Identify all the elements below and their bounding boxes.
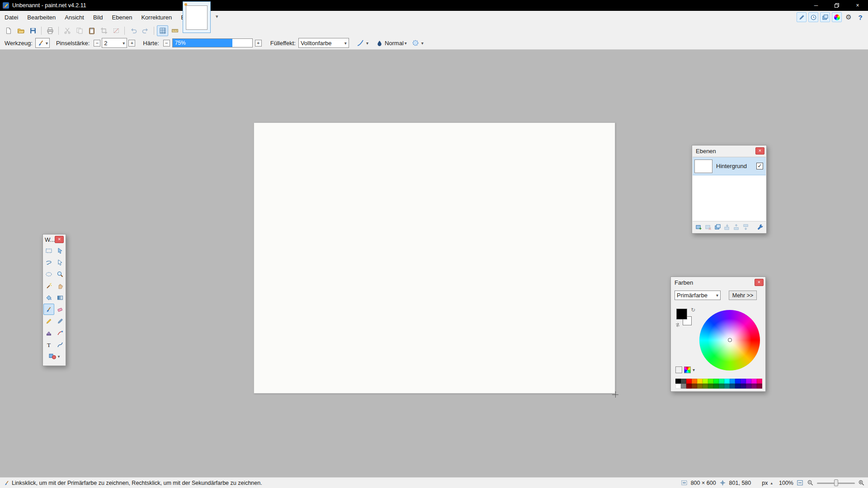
palette-swatch[interactable] bbox=[697, 379, 703, 384]
palette-swatch[interactable] bbox=[675, 384, 681, 389]
primary-color-swatch[interactable] bbox=[676, 309, 687, 319]
palette-swatch[interactable] bbox=[746, 379, 751, 384]
palette-swatch[interactable] bbox=[735, 384, 741, 389]
palette-swatch[interactable] bbox=[751, 384, 757, 389]
palette-swatch[interactable] bbox=[708, 379, 713, 384]
palette-swatch[interactable] bbox=[692, 384, 697, 389]
cut-button[interactable] bbox=[61, 25, 73, 36]
palette-swatch[interactable] bbox=[713, 379, 719, 384]
tool-lasso-select[interactable] bbox=[43, 257, 54, 268]
hardness-increase-button[interactable]: + bbox=[255, 40, 262, 47]
palette-swatch[interactable] bbox=[741, 379, 746, 384]
minimize-button[interactable]: ─ bbox=[806, 0, 826, 11]
image-list-tab[interactable] bbox=[183, 1, 211, 33]
palette-menu-button[interactable] bbox=[684, 366, 691, 373]
palette-swatch[interactable] bbox=[686, 379, 692, 384]
palette-swatch[interactable] bbox=[708, 384, 713, 389]
canvas[interactable] bbox=[254, 122, 615, 394]
selection-mode-button[interactable] bbox=[410, 38, 420, 48]
palette-swatch[interactable] bbox=[746, 384, 751, 389]
restore-button[interactable] bbox=[826, 0, 847, 11]
menu-ebenen[interactable]: Ebenen bbox=[108, 11, 137, 24]
tool-magic-wand[interactable] bbox=[43, 280, 54, 291]
layer-row-hintergrund[interactable]: Hintergrund ✓ bbox=[693, 157, 766, 175]
palette-swatch[interactable] bbox=[686, 384, 692, 389]
palette-swatch[interactable] bbox=[713, 384, 719, 389]
zoom-slider-thumb[interactable] bbox=[834, 479, 838, 486]
close-icon[interactable]: × bbox=[55, 236, 64, 243]
palette-swatch[interactable] bbox=[719, 384, 724, 389]
brush-width-combo[interactable]: 2 ▾ bbox=[102, 38, 127, 48]
tool-text[interactable]: T bbox=[43, 339, 54, 350]
palette-swatch[interactable] bbox=[681, 384, 686, 389]
zoom-in-button[interactable] bbox=[858, 479, 865, 487]
blend-mode-button[interactable] bbox=[375, 38, 385, 48]
add-layer-button[interactable] bbox=[694, 223, 703, 231]
palette-swatch[interactable] bbox=[735, 379, 741, 384]
tools-window-titlebar[interactable]: W... × bbox=[43, 235, 66, 244]
tool-move-selection[interactable] bbox=[55, 257, 66, 268]
undo-button[interactable] bbox=[127, 25, 139, 36]
move-layer-up-button[interactable] bbox=[732, 223, 741, 231]
palette-swatch[interactable] bbox=[697, 384, 703, 389]
layer-properties-button[interactable] bbox=[756, 223, 764, 231]
tool-paint-bucket[interactable] bbox=[43, 292, 54, 303]
close-icon[interactable]: × bbox=[755, 147, 764, 155]
help-button[interactable]: ? bbox=[855, 12, 865, 22]
delete-layer-button[interactable] bbox=[704, 223, 712, 231]
palette-swatch[interactable] bbox=[751, 379, 757, 384]
open-button[interactable] bbox=[15, 25, 26, 36]
brush-width-decrease-button[interactable]: − bbox=[94, 40, 100, 47]
tool-pan[interactable] bbox=[55, 280, 66, 291]
deselect-button[interactable] bbox=[110, 25, 122, 36]
palette-swatch[interactable] bbox=[730, 384, 735, 389]
merge-layer-down-button[interactable] bbox=[723, 223, 731, 231]
tools-window-toggle[interactable] bbox=[797, 12, 807, 22]
layer-visibility-checkbox[interactable]: ✓ bbox=[756, 163, 763, 169]
palette-swatch[interactable] bbox=[741, 384, 746, 389]
new-button[interactable] bbox=[3, 25, 14, 36]
chevron-down-icon[interactable]: ▾ bbox=[693, 367, 695, 372]
more-button[interactable]: Mehr >> bbox=[729, 291, 757, 300]
palette-swatch[interactable] bbox=[703, 384, 708, 389]
tool-pencil[interactable] bbox=[43, 315, 54, 327]
menu-ansicht[interactable]: Ansicht bbox=[60, 11, 89, 24]
print-button[interactable] bbox=[44, 25, 56, 36]
menu-bild[interactable]: Bild bbox=[89, 11, 108, 24]
tool-shapes[interactable]: ▾ bbox=[43, 351, 65, 362]
palette-swatch[interactable] bbox=[675, 379, 681, 384]
chevron-down-icon[interactable]: ▾ bbox=[405, 41, 407, 46]
swap-colors-icon[interactable] bbox=[675, 322, 680, 328]
active-tool-button[interactable]: ▾ bbox=[35, 38, 50, 48]
tool-rectangle-select[interactable] bbox=[43, 245, 54, 256]
zoom-to-window-button[interactable] bbox=[796, 479, 804, 487]
paste-button[interactable] bbox=[86, 25, 97, 36]
palette-swatch[interactable] bbox=[730, 379, 735, 384]
save-button[interactable] bbox=[27, 25, 38, 36]
palette-swatch[interactable] bbox=[692, 379, 697, 384]
tool-gradient[interactable] bbox=[55, 292, 66, 303]
menu-korrekturen[interactable]: Korrekturen bbox=[137, 11, 176, 24]
palette-swatch[interactable] bbox=[719, 379, 724, 384]
tool-paintbrush[interactable] bbox=[43, 304, 54, 315]
tool-clone-stamp[interactable] bbox=[43, 327, 54, 338]
tool-move-selected-pixels[interactable] bbox=[55, 245, 66, 256]
duplicate-layer-button[interactable] bbox=[713, 223, 722, 231]
tool-recolor[interactable] bbox=[55, 327, 66, 338]
history-window-toggle[interactable] bbox=[808, 12, 818, 22]
move-layer-down-button[interactable] bbox=[742, 223, 750, 231]
reset-colors-icon[interactable]: ↻ bbox=[691, 307, 695, 313]
colors-window-toggle[interactable] bbox=[832, 12, 842, 22]
unit-dropdown-icon[interactable]: ▴ bbox=[770, 481, 773, 485]
tool-line-curve[interactable] bbox=[55, 339, 66, 350]
layers-window-toggle[interactable] bbox=[820, 12, 830, 22]
hardness-slider[interactable]: 75% bbox=[172, 38, 253, 47]
colors-window-titlebar[interactable]: Farben × bbox=[671, 277, 765, 288]
palette-swatch[interactable] bbox=[681, 379, 686, 384]
close-icon[interactable]: × bbox=[755, 279, 764, 286]
palette-swatch[interactable] bbox=[757, 379, 762, 384]
layers-window-titlebar[interactable]: Ebenen × bbox=[692, 145, 766, 156]
palette-swatch[interactable] bbox=[703, 379, 708, 384]
tool-ellipse-select[interactable] bbox=[43, 268, 54, 280]
grid-toggle-button[interactable] bbox=[157, 25, 168, 36]
